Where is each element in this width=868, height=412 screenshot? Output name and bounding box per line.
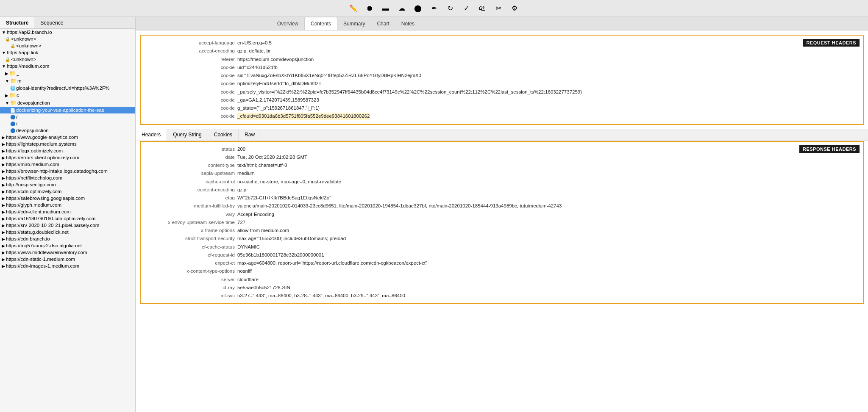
sidebar-item[interactable]: ▶ https://lightstep.medium.systems [0, 141, 135, 147]
sidebar-item[interactable]: ▼ https://api2.branch.io [0, 29, 135, 36]
sidebar-item[interactable]: ▶ 📁 c [0, 91, 135, 99]
sidebar-item[interactable]: ▶ https://safebrowsing.googleapis.com [0, 195, 135, 202]
sidebar-item-icon: ▶ [2, 216, 5, 221]
pencil-button[interactable]: ✒ [427, 3, 441, 14]
cloud-button[interactable]: ☁ [395, 3, 409, 14]
sidebar-item-icon: ▶ [2, 142, 5, 147]
header-name: alt-svc [144, 292, 237, 299]
sidebar-item[interactable]: ▼ https://medium.com [0, 63, 135, 69]
header-value: g_state={"i_p":1592671861847,"i_l":1} [237, 105, 320, 112]
sidebar-item[interactable]: ▶ https://srv-2020-10-20-21.pixel.parsel… [0, 222, 135, 229]
sidebar-item-icon: ▶ [2, 196, 5, 201]
folder-arrow-icon: ▶ [5, 71, 8, 76]
tools-button[interactable]: ✂ [492, 3, 505, 14]
sub-tab-cookies[interactable]: Cookies [208, 129, 239, 141]
header-name: date [144, 154, 237, 161]
sidebar-item[interactable]: ▶ https://www.google-analytics.com [0, 134, 135, 141]
sidebar-item[interactable]: 🔵 devopsjunction [0, 127, 135, 134]
settings-button[interactable]: ⚙ [508, 3, 521, 14]
sidebar-item[interactable]: ▶ https://stats.g.doubleclick.net [0, 229, 135, 235]
sidebar-item[interactable]: ▶ https://errors.client.optimizely.com [0, 154, 135, 161]
checkmark-button[interactable]: ✓ [459, 3, 473, 14]
tab-contents[interactable]: Contents [304, 17, 337, 30]
sidebar-item[interactable]: 🔒 <unknown> [0, 36, 135, 42]
sidebar-item[interactable]: ▶ 📁 _ [0, 69, 135, 77]
sidebar-item-icon: ▶ [2, 230, 5, 235]
circle-button[interactable]: ⬤ [411, 3, 425, 14]
sidebar-tab-bar: Structure Sequence [0, 17, 135, 29]
sidebar-item[interactable]: 🔒 <unknown> [0, 42, 135, 49]
sidebar-item-icon: ▶ [2, 149, 5, 153]
sidebar-item[interactable]: 🌐 global-identity?redirectUrl=https%3A%2… [0, 85, 135, 91]
tab-chart[interactable]: Chart [371, 17, 395, 30]
sidebar-item[interactable]: ▶ https://cdn-images-1.medium.com [0, 263, 135, 269]
header-name: :status [144, 146, 237, 153]
request-header-row: refererhttps://medium.com/devopsjunction [144, 55, 860, 64]
sidebar-item-label: <unknown> [11, 36, 36, 41]
sidebar-item[interactable]: ▼ 📁 m [0, 77, 135, 85]
bag-button[interactable]: 🛍 [476, 3, 489, 14]
tab-summary[interactable]: Summary [337, 17, 371, 30]
response-header-row: dateTue, 20 Oct 2020 21:02:28 GMT [144, 153, 860, 161]
header-name: cookie [144, 88, 237, 96]
header-value: en-US,en;q=0.5 [237, 39, 272, 47]
sidebar-item[interactable]: ▶ https://cdn.optimizely.com [0, 188, 135, 195]
sidebar-item[interactable]: 🔵 / [0, 120, 135, 127]
sidebar-item-label: https://srv-2020-10-20-21.pixel.parsely.… [6, 223, 99, 228]
response-header-row: medium-fulfilled-byvalencia/main-2020102… [144, 202, 860, 210]
header-name: etag [144, 194, 237, 202]
header-value: _parsely_visitor={%22id%22:%22pid=fc7b35… [237, 88, 582, 96]
refresh-button[interactable]: ↻ [443, 3, 457, 14]
sidebar-item[interactable]: ▶ https://glyph.medium.com [0, 202, 135, 208]
sidebar-tab-structure[interactable]: Structure [0, 17, 34, 28]
sidebar-item-icon: ▶ [2, 155, 5, 160]
header-value: gzip, deflate, br [237, 47, 271, 55]
sidebar-item[interactable]: 🔵 / [0, 113, 135, 120]
sidebar-item-icon: 🔒 [5, 57, 10, 62]
header-name: vary [144, 211, 237, 218]
header-value: sid=1:vaNuxgZoEsbXklYi1Kbf5iX1eNq0r4tBfe… [237, 72, 421, 79]
sidebar-item-label: https://safebrowsing.googleapis.com [6, 196, 85, 201]
sidebar-item-label: https://errors.client.optimizely.com [6, 155, 79, 160]
sidebar-item[interactable]: ▶ https://cdn.branch.io [0, 235, 135, 242]
sidebar-item[interactable]: ▶ http://ocsp.sectigo.com [0, 181, 135, 188]
sub-tab-query-string[interactable]: Query String [167, 129, 208, 141]
sidebar-item[interactable]: ▶ https://www.middlewareinventory.com [0, 249, 135, 256]
sidebar-item[interactable]: ▼ 📁 devopsjunction [0, 99, 135, 107]
folder-arrow-icon: ▶ [5, 93, 8, 98]
sidebar-item-label: https://browser-http-intake.logs.datadog… [6, 169, 108, 174]
response-header-row: cf-cache-statusDYNAMIC [144, 243, 860, 251]
sidebar: Structure Sequence ▼ https://api2.branch… [0, 17, 136, 412]
request-header-row: cookiesid=1:vaNuxgZoEsbXklYi1Kbf5iX1eNq0… [144, 72, 860, 80]
sidebar-item-icon: ▶ [2, 210, 5, 214]
sidebar-item[interactable]: ▼ https://app.link [0, 49, 135, 56]
sidebar-item-label: https://api2.branch.io [7, 30, 52, 35]
sidebar-item[interactable]: ▶ https://mq57uuuqz2-dsn.algolia.net [0, 242, 135, 249]
response-headers-section: RESPONSE HEADERS :status200dateTue, 20 O… [140, 141, 864, 304]
sidebar-item-icon: 📄 [10, 108, 15, 113]
sub-tab-raw[interactable]: Raw [239, 129, 261, 141]
sidebar-item[interactable]: ▶ https://cdn-client.medium.com [0, 208, 135, 215]
sidebar-item[interactable]: ▶ https://logx.optimizely.com [0, 147, 135, 154]
sidebar-item[interactable]: ▶ https://browser-http-intake.logs.datad… [0, 168, 135, 174]
header-value: text/html; charset=utf-8 [237, 162, 287, 169]
more-button[interactable]: ▬ [379, 3, 392, 14]
sidebar-item-icon: ▶ [2, 135, 5, 140]
sidebar-item[interactable]: ▶ https://miro.medium.com [0, 161, 135, 168]
sub-tab-headers[interactable]: Headers [136, 129, 167, 141]
sidebar-item[interactable]: ▶ https://a16180790160.cdn.optimizely.co… [0, 215, 135, 222]
pen-tool-button[interactable]: ✏️ [347, 3, 360, 14]
sidebar-item[interactable]: ▶ https://netflixtechblog.com [0, 174, 135, 181]
sidebar-item-label: https://glyph.medium.com [6, 202, 61, 207]
sidebar-item[interactable]: ▶ https://cdn-static-1.medium.com [0, 256, 135, 263]
tab-notes[interactable]: Notes [395, 17, 420, 30]
sidebar-item[interactable]: 📄 dockerizing-your-vue-application-the-e… [0, 107, 135, 113]
sidebar-item[interactable]: 🔒 <unknown> [0, 56, 135, 63]
record-button[interactable]: ⏺ [363, 3, 376, 14]
sidebar-item-icon: ▼ [2, 64, 6, 69]
sidebar-item-label: https://www.google-analytics.com [6, 135, 78, 140]
response-header-row: cf-request-id05e96b1b1800001728e32b20000… [144, 251, 860, 259]
header-value: Tue, 20 Oct 2020 21:02:28 GMT [237, 154, 307, 161]
tab-overview[interactable]: Overview [271, 17, 304, 30]
sidebar-tab-sequence[interactable]: Sequence [34, 17, 69, 28]
